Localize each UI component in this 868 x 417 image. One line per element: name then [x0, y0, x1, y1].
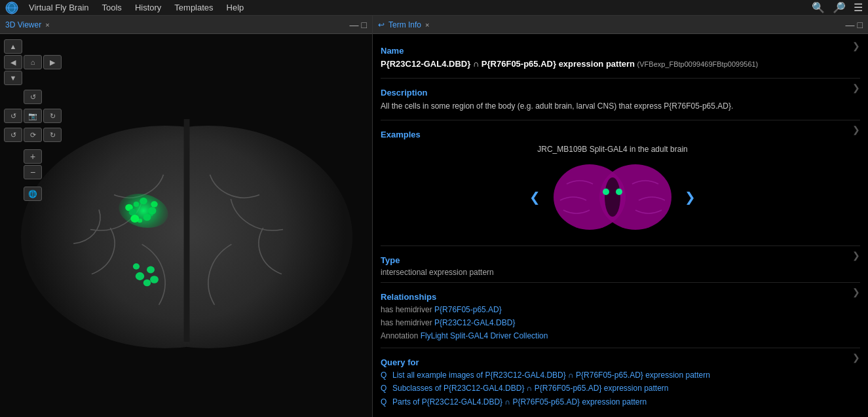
- menu-templates[interactable]: Templates: [169, 1, 218, 14]
- terminfo-maximize[interactable]: □: [858, 20, 863, 30]
- name-chevron: ❯: [850, 41, 860, 51]
- example-image-wrapper: ❮: [529, 158, 696, 236]
- rotate-left-btn[interactable]: ↺: [4, 109, 22, 123]
- nav-down-btn[interactable]: ▼: [4, 71, 22, 85]
- rel-link-2[interactable]: P{R23C12-GAL4.DBD}: [434, 318, 515, 327]
- terminfo-tab-icon: ↩: [378, 20, 385, 29]
- brain-thumbnail[interactable]: [547, 158, 678, 236]
- divider-2: [381, 120, 860, 120]
- example-image-container: JRC_MB109B Split-GAL4 in the adult brain…: [381, 145, 844, 236]
- nav-up-btn[interactable]: ▲: [4, 39, 22, 54]
- query-section-content: Query for Q List all example images of P…: [381, 352, 844, 410]
- examples-section-content: Examples JRC_MB109B Split-GAL4 in the ad…: [381, 124, 844, 242]
- query-row-1: Q List all example images of P{R23C12-GA…: [381, 370, 844, 381]
- svg-point-6: [605, 177, 620, 217]
- query-icon-1: Q: [381, 370, 390, 381]
- zoom-out-btn[interactable]: −: [24, 165, 42, 179]
- terminfo-minimize[interactable]: —: [846, 20, 855, 30]
- example-image-label: JRC_MB109B Split-GAL4 in the adult brain: [537, 145, 687, 154]
- description-section-content: Description All the cells in some region…: [381, 82, 844, 116]
- nav-right-btn[interactable]: ▶: [43, 55, 62, 69]
- menu-tools[interactable]: Tools: [97, 1, 127, 14]
- viewer-maximize[interactable]: □: [362, 20, 367, 30]
- terminfo-tab-close[interactable]: ×: [425, 21, 429, 29]
- relationships-chevron: ❯: [850, 287, 860, 297]
- list-icon[interactable]: ☰: [854, 1, 863, 14]
- query-icon[interactable]: 🔎: [833, 1, 846, 14]
- query-section: Query for Q List all example images of P…: [381, 352, 860, 410]
- relationships-content: Relationships has hemidriver P{R76F05-p6…: [381, 287, 844, 343]
- menu-help[interactable]: Help: [221, 1, 250, 14]
- rel-label-3: Annotation: [381, 331, 421, 340]
- divider-5: [381, 348, 860, 348]
- divider-1: [381, 78, 860, 79]
- menu-history[interactable]: History: [130, 1, 166, 14]
- nav-middle-row: ◀ ⌂ ▶: [4, 55, 62, 69]
- query-row-3: Q Parts of P{R23C12-GAL4.DBD} ∩ P{R76F05…: [381, 397, 844, 408]
- viewer-minimize[interactable]: —: [350, 20, 359, 30]
- description-chevron: ❯: [850, 82, 860, 93]
- brain-thumbnail-svg: [547, 158, 678, 236]
- relationships-label: Relationships: [381, 292, 436, 302]
- name-header: Name: [381, 46, 844, 56]
- query-label: Query for: [381, 357, 419, 367]
- viewer-toolbar: ▲ ◀ ⌂ ▶ ▼ ↺ ↺ 📷 ↻ ↺: [4, 39, 62, 201]
- search-icon[interactable]: 🔍: [812, 1, 825, 14]
- viewer-tab-label: 3D Viewer: [5, 20, 41, 29]
- type-header: Type: [381, 255, 844, 265]
- query-link-2[interactable]: Subclasses of P{R23C12-GAL4.DBD} ∩ P{R76…: [392, 383, 669, 394]
- zoom-in-btn[interactable]: +: [24, 149, 42, 164]
- rel-label-2: has hemidriver: [381, 318, 434, 327]
- term-title-bold: P{R23C12-GAL4.DBD} ∩ P{R76F05-p65.AD} ex…: [381, 59, 635, 69]
- camera-btn[interactable]: 📷: [24, 109, 42, 123]
- prev-image-btn[interactable]: ❮: [529, 189, 540, 205]
- description-header: Description: [381, 88, 844, 98]
- rel-link-1[interactable]: P{R76F05-p65.AD}: [434, 305, 502, 314]
- divider-4: [381, 282, 860, 283]
- viewer-content: ▲ ◀ ⌂ ▶ ▼ ↺ ↺ 📷 ↻ ↺: [0, 34, 372, 417]
- flylight-link[interactable]: FlyLight Split-GAL4 Driver Collection: [421, 331, 548, 340]
- undo-row: ↺ ⟳ ↻: [4, 128, 62, 142]
- rotate-group: ↺: [24, 90, 42, 104]
- description-text: All the cells in some region of the body…: [381, 100, 844, 112]
- type-section-content: Type intersectional expression pattern: [381, 250, 844, 278]
- query-chevron: ❯: [850, 352, 860, 363]
- terminfo-tab-label: Term Info: [388, 20, 421, 29]
- reset-view-btn[interactable]: ↺: [24, 90, 42, 104]
- zoom-group: + −: [24, 149, 42, 179]
- svg-point-7: [603, 189, 609, 195]
- menubar: Virtual Fly Brain Tools History Template…: [0, 0, 868, 16]
- nav-left-btn[interactable]: ◀: [4, 55, 22, 69]
- menubar-icons: 🔍 🔎 ☰: [812, 1, 863, 14]
- redo-btn[interactable]: ↻: [43, 128, 62, 142]
- rel-row-2: has hemidriver P{R23C12-GAL4.DBD}: [381, 317, 844, 329]
- description-section: Description All the cells in some region…: [381, 82, 860, 116]
- terminfo-content[interactable]: Name P{R23C12-GAL4.DBD} ∩ P{R76F05-p65.A…: [373, 34, 868, 417]
- relationships-section: Relationships has hemidriver P{R76F05-p6…: [381, 287, 860, 343]
- examples-section: Examples JRC_MB109B Split-GAL4 in the ad…: [381, 124, 860, 242]
- name-section-content: Name P{R23C12-GAL4.DBD} ∩ P{R76F05-p65.A…: [381, 41, 844, 74]
- description-label: Description: [381, 88, 428, 98]
- viewer-tab-close[interactable]: ×: [45, 21, 49, 29]
- playback-row: ↺ 📷 ↻: [4, 109, 62, 123]
- rotate-right-btn[interactable]: ↻: [43, 109, 62, 123]
- right-panel: ↩ Term Info × — □ Name P{R23C12-GAL4.DBD…: [373, 16, 868, 417]
- rel-row-1: has hemidriver P{R76F05-p65.AD}: [381, 304, 844, 316]
- rel-row-3: Annotation FlyLight Split-GAL4 Driver Co…: [381, 331, 844, 342]
- next-image-btn[interactable]: ❯: [685, 189, 696, 205]
- type-section: Type intersectional expression pattern ❯: [381, 250, 860, 278]
- menu-app-title[interactable]: Virtual Fly Brain: [24, 1, 94, 14]
- reset-btn[interactable]: ⟳: [24, 128, 42, 142]
- app-logo: [5, 1, 18, 14]
- relationships-header: Relationships: [381, 292, 844, 302]
- query-header: Query for: [381, 357, 844, 367]
- query-link-3[interactable]: Parts of P{R23C12-GAL4.DBD} ∩ P{R76F05-p…: [392, 397, 647, 408]
- query-link-1[interactable]: List all example images of P{R23C12-GAL4…: [392, 370, 710, 381]
- term-title: P{R23C12-GAL4.DBD} ∩ P{R76F05-p65.AD} ex…: [381, 58, 844, 70]
- nav-home-btn[interactable]: ⌂: [24, 55, 42, 69]
- nav-group: ▲ ◀ ⌂ ▶ ▼: [4, 39, 62, 85]
- term-id: (VFBexp_FBtp0099469FBtp0099561): [637, 60, 759, 68]
- undo-btn[interactable]: ↺: [4, 128, 22, 142]
- examples-header: Examples: [381, 130, 844, 139]
- globe-btn[interactable]: 🌐: [24, 187, 42, 201]
